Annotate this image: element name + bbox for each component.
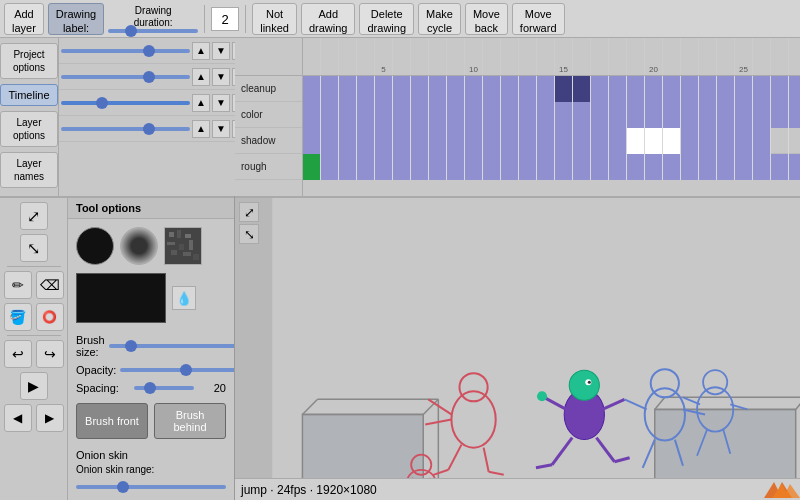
- fill-tool-icon[interactable]: 🪣: [4, 303, 32, 331]
- move-forward-button[interactable]: Move forward: [512, 3, 565, 35]
- cell-grid-row-shadow-17[interactable]: [609, 128, 627, 154]
- cell-grid-row-shadow-13[interactable]: [537, 128, 555, 154]
- cell-grid-row-shadow-9[interactable]: [465, 128, 483, 154]
- delete-drawing-button[interactable]: Delete drawing: [359, 3, 414, 35]
- cell-grid-row-rough-25[interactable]: [753, 154, 771, 180]
- cell-grid-row-cleanup-21[interactable]: [681, 76, 699, 102]
- layer-slider-color[interactable]: [61, 75, 190, 79]
- cell-grid-row-cleanup-18[interactable]: [627, 76, 645, 102]
- cell-grid-row-color-20[interactable]: [663, 102, 681, 128]
- layer-up-shadow[interactable]: ▲: [192, 94, 210, 112]
- cell-grid-row-shadow-11[interactable]: [501, 128, 519, 154]
- cell-grid-row-shadow-25[interactable]: [753, 128, 771, 154]
- cell-grid-row-rough-6[interactable]: [411, 154, 429, 180]
- cell-grid-row-shadow-18[interactable]: [627, 128, 645, 154]
- layer-up-rough[interactable]: ▲: [192, 120, 210, 138]
- cell-grid-row-shadow-22[interactable]: [699, 128, 717, 154]
- cell-grid-row-color-4[interactable]: [375, 102, 393, 128]
- cell-grid-row-rough-4[interactable]: [375, 154, 393, 180]
- cell-grid-row-color-9[interactable]: [465, 102, 483, 128]
- cell-grid-row-color-19[interactable]: [645, 102, 663, 128]
- layer-up-cleanup[interactable]: ▲: [192, 42, 210, 60]
- cell-grid-row-cleanup-8[interactable]: [447, 76, 465, 102]
- cell-grid-row-rough-16[interactable]: [591, 154, 609, 180]
- cell-grid-row-cleanup-0[interactable]: [303, 76, 321, 102]
- layer-down-color[interactable]: ▼: [212, 68, 230, 86]
- cell-grid-row-shadow-21[interactable]: [681, 128, 699, 154]
- cell-grid-row-color-0[interactable]: [303, 102, 321, 128]
- cell-grid-row-cleanup-2[interactable]: [339, 76, 357, 102]
- layer-options-button[interactable]: Layer options: [0, 111, 58, 147]
- cell-grid-row-cleanup-27[interactable]: [789, 76, 800, 102]
- canvas-collapse-icon[interactable]: ⤡: [239, 224, 259, 244]
- cell-grid-row-color-7[interactable]: [429, 102, 447, 128]
- brush-front-button[interactable]: Brush front: [76, 403, 148, 439]
- cell-grid-row-color-18[interactable]: [627, 102, 645, 128]
- cell-grid-row-shadow-5[interactable]: [393, 128, 411, 154]
- cell-grid-row-rough-15[interactable]: [573, 154, 591, 180]
- layer-names-button[interactable]: Layer names: [0, 152, 58, 188]
- cell-grid-row-rough-11[interactable]: [501, 154, 519, 180]
- brush-behind-button[interactable]: Brush behind: [154, 403, 226, 439]
- cell-grid-row-shadow-7[interactable]: [429, 128, 447, 154]
- cell-grid-row-shadow-12[interactable]: [519, 128, 537, 154]
- spacing-slider[interactable]: [134, 386, 194, 390]
- cell-grid-row-color-3[interactable]: [357, 102, 375, 128]
- cell-grid-row-shadow-6[interactable]: [411, 128, 429, 154]
- timeline-button[interactable]: Timeline: [0, 84, 58, 106]
- cell-grid-row-cleanup-23[interactable]: [717, 76, 735, 102]
- cell-grid-row-rough-9[interactable]: [465, 154, 483, 180]
- cell-grid-row-color-17[interactable]: [609, 102, 627, 128]
- cell-grid-row-cleanup-9[interactable]: [465, 76, 483, 102]
- cell-grid-row-cleanup-22[interactable]: [699, 76, 717, 102]
- cell-grid-row-shadow-14[interactable]: [555, 128, 573, 154]
- canvas-expand-icon[interactable]: ⤢: [239, 202, 259, 222]
- soft-brush-preview[interactable]: [120, 227, 158, 265]
- cell-grid-row-shadow-3[interactable]: [357, 128, 375, 154]
- add-layer-button[interactable]: Add layer: [4, 3, 44, 35]
- cell-grid-row-shadow-27[interactable]: [789, 128, 800, 154]
- cell-grid-row-color-8[interactable]: [447, 102, 465, 128]
- cell-grid-row-rough-19[interactable]: [645, 154, 663, 180]
- cell-grid-row-color-22[interactable]: [699, 102, 717, 128]
- cell-grid-row-color-13[interactable]: [537, 102, 555, 128]
- cell-grid-row-rough-7[interactable]: [429, 154, 447, 180]
- onion-skin-slider[interactable]: [76, 485, 226, 489]
- cell-grid-row-rough-17[interactable]: [609, 154, 627, 180]
- cell-grid-row-rough-12[interactable]: [519, 154, 537, 180]
- cell-grid-row-shadow-10[interactable]: [483, 128, 501, 154]
- cell-grid-row-color-1[interactable]: [321, 102, 339, 128]
- cell-grid-row-rough-24[interactable]: [735, 154, 753, 180]
- cell-grid-row-rough-21[interactable]: [681, 154, 699, 180]
- cell-grid-row-cleanup-5[interactable]: [393, 76, 411, 102]
- cell-grid-row-shadow-26[interactable]: [771, 128, 789, 154]
- cell-grid-row-cleanup-17[interactable]: [609, 76, 627, 102]
- cell-grid-row-cleanup-12[interactable]: [519, 76, 537, 102]
- cell-grid-row-rough-26[interactable]: [771, 154, 789, 180]
- cell-grid-row-rough-5[interactable]: [393, 154, 411, 180]
- brush-size-slider[interactable]: [109, 344, 234, 348]
- cell-grid-row-cleanup-1[interactable]: [321, 76, 339, 102]
- expand2-icon[interactable]: ⤡: [20, 234, 48, 262]
- cell-grid-row-rough-23[interactable]: [717, 154, 735, 180]
- eraser-tool-icon[interactable]: ⌫: [36, 271, 64, 299]
- texture-brush-preview[interactable]: [164, 227, 202, 265]
- cell-grid-row-rough-20[interactable]: [663, 154, 681, 180]
- layer-down-cleanup[interactable]: ▼: [212, 42, 230, 60]
- cell-grid-row-shadow-24[interactable]: [735, 128, 753, 154]
- cell-grid-row-cleanup-14[interactable]: [555, 76, 573, 102]
- cell-grid-row-shadow-4[interactable]: [375, 128, 393, 154]
- cell-grid-row-color-21[interactable]: [681, 102, 699, 128]
- cell-grid-row-color-6[interactable]: [411, 102, 429, 128]
- cell-grid-row-shadow-1[interactable]: [321, 128, 339, 154]
- cell-grid-row-color-5[interactable]: [393, 102, 411, 128]
- cell-grid-row-cleanup-6[interactable]: [411, 76, 429, 102]
- cell-grid-row-color-25[interactable]: [753, 102, 771, 128]
- brush-tool-icon[interactable]: ✏: [4, 271, 32, 299]
- cell-grid-row-cleanup-3[interactable]: [357, 76, 375, 102]
- cell-grid-row-color-27[interactable]: [789, 102, 800, 128]
- layer-down-shadow[interactable]: ▼: [212, 94, 230, 112]
- redo-icon[interactable]: ↪: [36, 340, 64, 368]
- cell-grid-row-color-2[interactable]: [339, 102, 357, 128]
- cell-grid-row-cleanup-7[interactable]: [429, 76, 447, 102]
